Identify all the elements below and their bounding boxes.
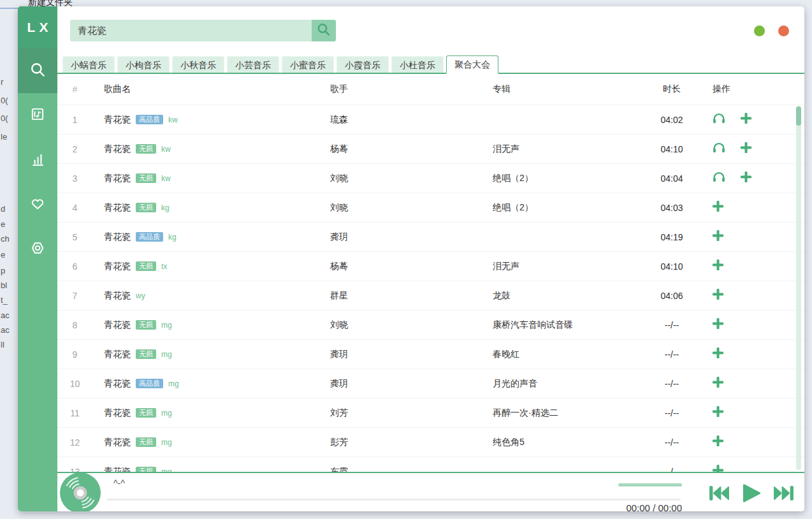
search-button[interactable] xyxy=(312,20,336,41)
song-index: 2 xyxy=(57,144,92,154)
tab-4[interactable]: 小芸音乐 xyxy=(227,56,279,73)
next-track-button[interactable] xyxy=(773,485,794,502)
song-album: 绝唱（2） xyxy=(493,202,649,214)
background-window-text: e xyxy=(1,219,5,229)
background-window-text: e xyxy=(1,250,5,260)
previous-track-button[interactable] xyxy=(709,485,730,502)
song-actions xyxy=(695,172,804,185)
add-button[interactable] xyxy=(713,377,723,390)
song-name-cell: 青花瓷wy xyxy=(92,290,330,302)
song-row[interactable]: 12青花瓷无损mg彭芳纯色角5--/-- xyxy=(57,428,804,457)
minimize-button[interactable] xyxy=(754,26,765,36)
tab-3[interactable]: 小秋音乐 xyxy=(172,56,224,73)
song-row[interactable]: 1青花瓷高品质kw琉森04:02 xyxy=(57,105,804,135)
settings-icon xyxy=(29,240,46,259)
search-input[interactable] xyxy=(70,20,312,41)
song-row[interactable]: 3青花瓷无损kw刘晓绝唱（2）04:04 xyxy=(57,164,804,193)
song-row[interactable]: 5青花瓷高品质kg龚玥04:19 xyxy=(57,223,804,252)
song-index: 9 xyxy=(57,349,92,360)
song-artist: 刘芳 xyxy=(330,407,493,419)
add-button[interactable] xyxy=(713,201,723,214)
sidebar-item-playlist[interactable] xyxy=(18,93,57,138)
song-title: 青花瓷 xyxy=(104,261,131,272)
tab-2[interactable]: 小枸音乐 xyxy=(117,56,170,73)
song-index: 8 xyxy=(57,320,92,330)
scrollbar-track[interactable] xyxy=(796,106,801,470)
search-icon xyxy=(315,22,332,40)
song-name-cell: 青花瓷高品质kw xyxy=(92,114,330,126)
add-button[interactable] xyxy=(713,435,723,449)
add-button[interactable] xyxy=(713,347,723,361)
song-duration: --/-- xyxy=(649,437,695,448)
add-button[interactable] xyxy=(713,289,723,302)
quality-badge: 无损 xyxy=(136,467,156,472)
volume-slider[interactable] xyxy=(618,483,682,486)
add-button[interactable] xyxy=(713,260,723,273)
listen-button[interactable] xyxy=(713,113,725,126)
song-index: 6 xyxy=(57,261,92,272)
source-tag: kw xyxy=(161,145,171,154)
song-artist: 龚玥 xyxy=(330,231,493,243)
song-row[interactable]: 4青花瓷无损kg刘晓绝唱（2）04:03 xyxy=(57,193,804,223)
song-row[interactable]: 8青花瓷无损mg刘晓康桥汽车音响试音碟--/-- xyxy=(57,311,804,340)
song-name-cell: 青花瓷无损mg xyxy=(92,407,330,419)
source-tag: tx xyxy=(161,262,167,271)
play-button[interactable] xyxy=(741,483,762,504)
song-row[interactable]: 2青花瓷无损kw杨蓦泪无声04:10 xyxy=(57,135,804,164)
song-duration: --/-- xyxy=(649,320,695,330)
progress-bar[interactable] xyxy=(107,499,681,501)
current-song-title: ^-^ xyxy=(113,478,125,488)
app-window: LX xyxy=(18,6,804,511)
header-singer: 歌手 xyxy=(330,84,493,95)
song-row[interactable]: 7青花瓷wy群星龙鼓04:06 xyxy=(57,281,804,311)
plus-icon xyxy=(713,406,723,420)
song-row[interactable]: 9青花瓷无损mg龚玥春晚红--/-- xyxy=(57,340,804,369)
sidebar-item-search[interactable] xyxy=(18,48,57,93)
sidebar-item-favorites[interactable] xyxy=(18,182,57,227)
song-title: 青花瓷 xyxy=(104,437,131,448)
song-actions xyxy=(695,377,804,390)
tab-1[interactable]: 小蜗音乐 xyxy=(62,56,115,73)
song-actions xyxy=(695,260,804,273)
song-index: 3 xyxy=(57,173,92,184)
song-row[interactable]: 6青花瓷无损tx杨蓦泪无声04:10 xyxy=(57,252,804,281)
quality-badge: 无损 xyxy=(136,320,156,330)
song-actions xyxy=(695,142,804,156)
source-tag: kg xyxy=(168,233,177,242)
close-button[interactable] xyxy=(778,26,789,36)
quality-badge: 高品质 xyxy=(136,115,163,124)
song-title: 青花瓷 xyxy=(104,173,131,184)
add-button[interactable] xyxy=(713,465,723,472)
background-window-text: bl xyxy=(1,281,7,290)
quality-badge: 无损 xyxy=(136,437,156,447)
plus-icon xyxy=(713,201,723,214)
sidebar-item-settings[interactable] xyxy=(18,227,57,272)
add-button[interactable] xyxy=(741,142,751,156)
tab-8[interactable]: 聚合大会 xyxy=(446,55,498,74)
listen-button[interactable] xyxy=(713,172,725,185)
add-button[interactable] xyxy=(713,318,723,332)
song-row[interactable]: 10青花瓷高品质mg龚玥月光的声音--/-- xyxy=(57,369,804,398)
listen-button[interactable] xyxy=(713,142,725,156)
scrollbar-thumb[interactable] xyxy=(796,106,801,126)
add-button[interactable] xyxy=(713,406,723,420)
add-button[interactable] xyxy=(741,113,751,126)
tab-5[interactable]: 小蜜音乐 xyxy=(282,56,334,73)
headphone-icon xyxy=(713,113,725,126)
song-title: 青花瓷 xyxy=(104,349,131,360)
song-actions xyxy=(695,318,804,332)
add-button[interactable] xyxy=(713,230,723,244)
add-button[interactable] xyxy=(741,172,751,185)
source-tag: kg xyxy=(161,203,170,212)
quality-badge: 无损 xyxy=(136,173,156,183)
tab-7[interactable]: 小杜音乐 xyxy=(391,56,444,73)
tab-6[interactable]: 小霞音乐 xyxy=(337,56,389,73)
song-row[interactable]: 13青花瓷无损mg东霞--/-- xyxy=(57,457,804,472)
song-row[interactable]: 11青花瓷无损mg刘芳再醉一次·精选二--/-- xyxy=(57,398,804,428)
song-actions xyxy=(695,113,804,126)
source-tag: mg xyxy=(161,409,172,418)
window-controls xyxy=(754,6,789,55)
sidebar-item-ranking[interactable] xyxy=(18,138,57,182)
quality-badge: 高品质 xyxy=(136,379,163,388)
header-song-name: 歌曲名 xyxy=(92,84,330,95)
